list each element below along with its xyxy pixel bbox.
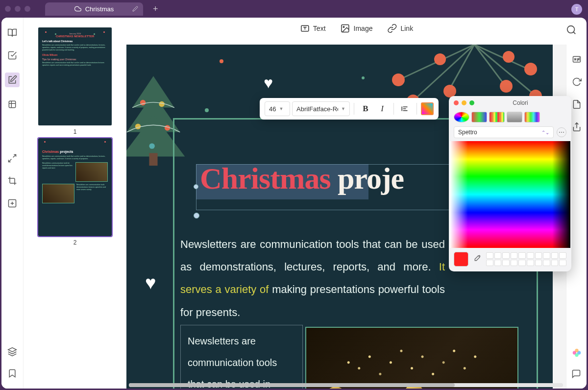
svg-point-7	[343, 26, 344, 27]
color-swatch[interactable]	[535, 260, 542, 266]
scrollbar-thumb[interactable]	[129, 383, 455, 387]
color-spectrum[interactable]	[450, 141, 570, 248]
user-avatar[interactable]: T	[571, 4, 582, 15]
thumbnail-2[interactable]: Christmas projects Newsletters are commu…	[36, 138, 114, 246]
font-size-select[interactable]: 46▼	[265, 101, 290, 116]
eyedropper-button[interactable]	[472, 254, 482, 264]
window-controls	[5, 6, 30, 12]
compress-tool[interactable]	[7, 198, 18, 209]
heart-decoration: ♥	[264, 74, 273, 92]
svg-point-38	[575, 353, 578, 357]
color-swatch[interactable]	[543, 260, 550, 266]
thumbnail-1[interactable]: January 2024 CHRISTMAS NEWSLETTER Let's …	[36, 27, 114, 135]
rotate-tool[interactable]	[572, 77, 582, 87]
color-swatch[interactable]	[527, 252, 534, 259]
new-tab-button[interactable]: +	[153, 4, 158, 14]
color-picker-tabs	[449, 110, 571, 126]
minimize-panel[interactable]	[462, 100, 466, 105]
bold-button[interactable]: B	[358, 101, 373, 116]
convert-tool[interactable]	[7, 153, 18, 164]
svg-point-29	[159, 101, 164, 107]
christmas-lights-image	[306, 328, 517, 389]
dot-decoration	[220, 59, 223, 63]
thumbnail-2-number: 2	[74, 239, 77, 246]
color-swatch[interactable]	[511, 260, 518, 266]
color-swatch[interactable]	[559, 252, 566, 259]
svg-line-10	[450, 45, 474, 89]
ai-tool[interactable]	[571, 347, 582, 358]
horizontal-scrollbar[interactable]	[129, 383, 563, 387]
color-sliders-tab[interactable]	[471, 112, 487, 122]
color-swatch[interactable]	[543, 252, 550, 259]
maximize-panel[interactable]	[469, 100, 474, 105]
layers-tool[interactable]	[7, 346, 18, 357]
minimize-window[interactable]	[15, 6, 21, 12]
align-button[interactable]	[398, 101, 413, 116]
edit-tool[interactable]	[5, 73, 20, 87]
color-pencils-tab[interactable]	[524, 112, 540, 122]
color-swatch[interactable]	[518, 252, 526, 259]
svg-point-22	[434, 53, 446, 65]
color-swatch[interactable]	[486, 252, 493, 259]
color-swatch[interactable]	[551, 260, 559, 266]
color-options-button[interactable]: ⋯	[557, 127, 566, 137]
bookmark-tool[interactable]	[7, 368, 18, 379]
close-window[interactable]	[5, 6, 11, 12]
color-swatch[interactable]	[535, 252, 542, 259]
close-panel[interactable]	[454, 100, 459, 105]
color-picker-panel: Colori Spettro ⌃⌄ ⋯	[449, 96, 571, 271]
share-tool[interactable]	[572, 122, 582, 132]
divider	[393, 103, 394, 115]
color-swatch[interactable]	[551, 252, 559, 259]
color-swatch[interactable]	[486, 260, 493, 266]
search-button[interactable]	[566, 24, 577, 35]
image-placeholder[interactable]	[305, 327, 518, 389]
highlight-tool[interactable]	[7, 50, 18, 61]
select-arrows-icon: ⌃⌄	[541, 130, 549, 135]
insert-image-button[interactable]: Image	[341, 24, 373, 33]
color-swatch[interactable]	[502, 260, 510, 266]
font-family-select[interactable]: AbrilFatface-Re▼	[292, 101, 350, 116]
extract-tool[interactable]	[572, 99, 582, 109]
column-text-box[interactable]: Newsletters are communication tools that…	[180, 325, 303, 389]
tab-title: Christmas	[85, 5, 114, 13]
color-image-tab[interactable]	[507, 112, 522, 122]
color-swatch[interactable]	[502, 252, 510, 259]
title-text[interactable]: Christmas proje	[200, 161, 404, 196]
color-swatch[interactable]	[518, 260, 526, 266]
edit-tab-icon[interactable]	[132, 6, 138, 12]
dropdown-arrow-icon: ▼	[341, 106, 345, 111]
color-palette-tab[interactable]	[489, 112, 505, 122]
document-tab[interactable]: Christmas	[45, 2, 143, 16]
color-swatch[interactable]	[559, 260, 566, 266]
insert-link-button[interactable]: Link	[387, 24, 413, 33]
body-text[interactable]: Newsletters are communication tools that…	[180, 233, 445, 324]
svg-point-30	[135, 123, 141, 129]
dot-decoration	[205, 108, 209, 112]
color-picker-header: Colori	[449, 96, 571, 110]
dropdown-arrow-icon: ▼	[279, 106, 283, 111]
resize-handle-left[interactable]	[194, 184, 198, 189]
current-color-swatch[interactable]	[454, 252, 468, 267]
maximize-window[interactable]	[24, 6, 30, 12]
heart-decoration: ♥	[145, 272, 156, 293]
text-color-button[interactable]	[421, 102, 434, 115]
ocr-tool[interactable]	[572, 54, 582, 64]
color-wheel-tab[interactable]	[454, 112, 469, 122]
color-swatch[interactable]	[527, 260, 534, 266]
italic-button[interactable]: I	[375, 101, 390, 116]
crop-tool[interactable]	[7, 175, 18, 186]
pages-tool[interactable]	[7, 99, 18, 110]
titlebar: Christmas + T	[0, 0, 588, 18]
insert-text-button[interactable]: Text	[300, 24, 326, 33]
svg-point-19	[500, 80, 513, 93]
resize-handle-bottom[interactable]	[194, 213, 199, 219]
color-swatch[interactable]	[511, 252, 518, 259]
color-swatch[interactable]	[494, 260, 502, 266]
comment-tool[interactable]	[571, 369, 582, 379]
read-tool[interactable]	[7, 27, 18, 38]
color-swatch[interactable]	[494, 252, 502, 259]
divider	[416, 103, 417, 115]
thumbnail-1-number: 1	[74, 128, 77, 135]
color-mode-select[interactable]: Spettro ⌃⌄	[454, 126, 554, 138]
